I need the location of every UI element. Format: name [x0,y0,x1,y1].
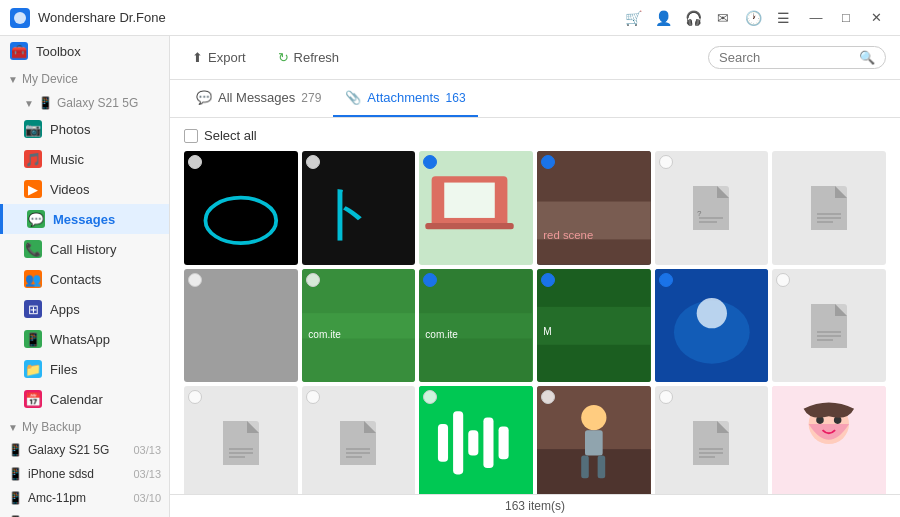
export-button[interactable]: ⬆ Export [184,46,254,69]
sidebar-item-videos[interactable]: ▶ Videos [0,174,169,204]
grid-cell-2-3[interactable]: com.ite [419,269,533,383]
export-label: Export [208,50,246,65]
svg-point-33 [696,298,726,328]
svg-text:com.ite: com.ite [308,329,341,340]
grid-cell-3-3[interactable] [419,386,533,494]
messages-label: Messages [53,212,115,227]
sidebar-item-files[interactable]: 📁 Files [0,354,169,384]
svg-rect-54 [453,412,463,475]
sidebar-section-my-backup[interactable]: ▼ My Backup [0,414,169,438]
message-tab-icon: 💬 [196,90,212,105]
grid-cell-1-3[interactable] [419,151,533,265]
backup-device-date2: 03/13 [133,468,161,480]
tab-attachments[interactable]: 📎 Attachments 163 [333,80,477,117]
grid-cell-1-5[interactable]: ? [655,151,769,265]
sidebar-item-calendar[interactable]: 📅 Calendar [0,384,169,414]
toolbar: ⬆ Export ↻ Refresh 🔍 [170,36,900,80]
grid-cell-1-2[interactable]: ト [302,151,416,265]
grid-cell-3-6[interactable] [772,386,886,494]
tabs-bar: 💬 All Messages 279 📎 Attachments 163 [170,80,900,118]
call-history-icon: 📞 [24,240,42,258]
cell-checkbox[interactable] [659,273,673,287]
grid-cell-3-5[interactable] [655,386,769,494]
messages-icon: 💬 [27,210,45,228]
backup-device-name: Galaxy S21 5G [28,443,109,457]
device-name: Galaxy S21 5G [57,96,138,110]
grid-cell-3-1[interactable] [184,386,298,494]
select-all-label: Select all [204,128,257,143]
sidebar-item-photos[interactable]: 📷 Photos [0,114,169,144]
backup-device-amc[interactable]: 📱 Amc-11pm 03/10 [0,486,169,510]
cell-checkbox[interactable] [659,390,673,404]
contacts-icon: 👥 [24,270,42,288]
cell-checkbox[interactable] [306,390,320,404]
cell-checkbox[interactable] [776,273,790,287]
profile-icon[interactable]: 👤 [654,9,672,27]
minimize-button[interactable]: — [802,4,830,32]
tab-all-messages[interactable]: 💬 All Messages 279 [184,80,333,117]
sidebar-item-messages[interactable]: 💬 Messages [0,204,169,234]
cell-checkbox[interactable] [188,273,202,287]
search-input[interactable] [719,50,859,65]
grid-cell-2-4[interactable]: M [537,269,651,383]
grid-cell-1-4[interactable]: red scene [537,151,651,265]
refresh-button[interactable]: ↻ Refresh [270,46,348,69]
refresh-icon: ↻ [278,50,289,65]
call-history-label: Call History [50,242,116,257]
cell-checkbox[interactable] [306,273,320,287]
grid-cell-3-4[interactable] [537,386,651,494]
sidebar-device-galaxy[interactable]: ▼ 📱 Galaxy S21 5G [0,90,169,114]
videos-label: Videos [50,182,90,197]
cell-checkbox[interactable] [306,155,320,169]
sidebar-item-call-history[interactable]: 📞 Call History [0,234,169,264]
music-icon: 🎵 [24,150,42,168]
files-icon: 📁 [24,360,42,378]
grid-cell-2-5[interactable] [655,269,769,383]
cell-checkbox[interactable] [423,273,437,287]
svg-text:com.ite: com.ite [426,329,459,340]
music-label: Music [50,152,84,167]
history-icon[interactable]: 🕐 [744,9,762,27]
sidebar-item-whatsapp[interactable]: 📱 WhatsApp [0,324,169,354]
titlebar-action-icons: 🛒 👤 🎧 ✉ 🕐 ☰ [624,9,792,27]
grid-row-2: com.ite com.ite [184,269,886,383]
cell-checkbox[interactable] [541,273,555,287]
grid-cell-3-2[interactable] [302,386,416,494]
svg-text:ト: ト [314,179,376,246]
cart-icon[interactable]: 🛒 [624,9,642,27]
select-all-checkbox[interactable] [184,129,198,143]
toolbox-icon: 🧰 [10,42,28,60]
search-icon: 🔍 [859,50,875,65]
search-box[interactable]: 🔍 [708,46,886,69]
grid-cell-1-6[interactable] [772,151,886,265]
cell-checkbox[interactable] [541,155,555,169]
grid-cell-1-1[interactable] [184,151,298,265]
grid-cell-2-1[interactable] [184,269,298,383]
sidebar-section-my-device[interactable]: ▼ My Device [0,66,169,90]
sidebar-item-contacts[interactable]: 👥 Contacts [0,264,169,294]
sidebar-item-apps[interactable]: ⊞ Apps [0,294,169,324]
apps-icon: ⊞ [24,300,42,318]
sidebar-item-music[interactable]: 🎵 Music [0,144,169,174]
refresh-label: Refresh [294,50,340,65]
grid-cell-2-2[interactable]: com.ite [302,269,416,383]
svg-rect-29 [537,307,651,345]
close-button[interactable]: ✕ [862,4,890,32]
status-bar: 163 item(s) [170,494,900,517]
headset-icon[interactable]: 🎧 [684,9,702,27]
toolbox-label: Toolbox [36,44,81,59]
chevron-down-icon-backup: ▼ [8,422,18,433]
menu-icon[interactable]: ☰ [774,9,792,27]
cell-checkbox[interactable] [659,155,673,169]
my-device-label: My Device [22,72,78,86]
backup-device-iphone13[interactable]: 📱 iPhone 13aaa 03/03 [0,510,169,517]
sidebar-item-toolbox[interactable]: 🧰 Toolbox [0,36,169,66]
maximize-button[interactable]: □ [832,4,860,32]
grid-cell-2-6[interactable] [772,269,886,383]
svg-point-1 [205,198,276,243]
photos-icon: 📷 [24,120,42,138]
backup-device-iphone-sdsd[interactable]: 📱 iPhone sdsd 03/13 [0,462,169,486]
backup-device-galaxy[interactable]: 📱 Galaxy S21 5G 03/13 [0,438,169,462]
cell-checkbox[interactable] [188,155,202,169]
mail-icon[interactable]: ✉ [714,9,732,27]
